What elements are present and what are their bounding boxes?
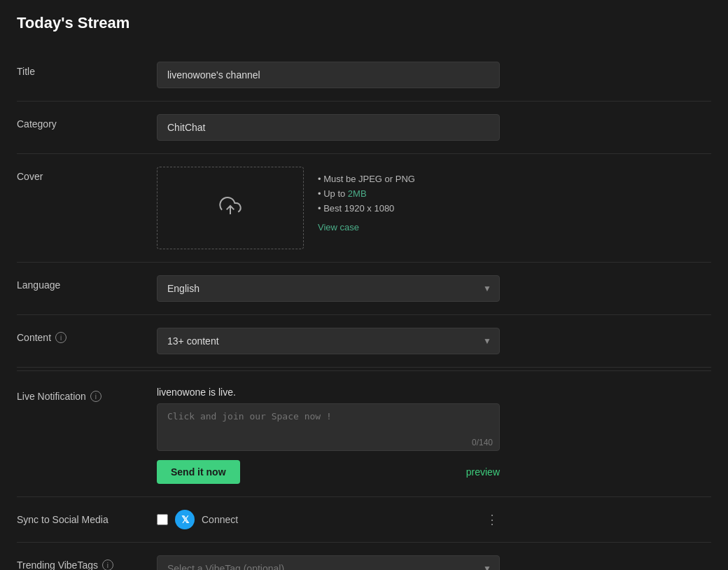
send-now-button[interactable]: Send it now [157, 460, 240, 484]
cover-label: Cover [17, 167, 157, 182]
notification-actions: Send it now preview [157, 460, 500, 484]
content-row: Content i 13+ content 18+ content All ag… [17, 315, 711, 368]
category-label: Category [17, 114, 157, 130]
preview-link[interactable]: preview [466, 466, 500, 478]
live-notification-control: livenowone is live. 0/140 Send it now pr… [157, 387, 711, 484]
cover-control: • Must be JPEG or PNG • Up to 2MB • Best… [157, 167, 711, 249]
vibeTag-select[interactable]: Select a VibeTag (optional) [157, 555, 500, 570]
twitter-icon: 𝕏 [175, 510, 195, 529]
notification-info-icon[interactable]: i [90, 391, 102, 402]
upload-icon [219, 195, 241, 222]
language-select[interactable]: English French Spanish Japanese [157, 275, 500, 302]
content-select-wrapper: 13+ content 18+ content All ages ▼ [157, 328, 500, 354]
language-label: Language [17, 275, 157, 291]
category-input[interactable] [157, 114, 500, 141]
sync-checkbox[interactable] [157, 514, 168, 525]
cover-area: • Must be JPEG or PNG • Up to 2MB • Best… [157, 167, 711, 249]
page-title: Today's Stream [17, 14, 711, 32]
category-row: Category [17, 102, 711, 154]
notification-header: livenowone is live. [157, 387, 711, 398]
page-container: Today's Stream Title Category Cover [0, 0, 728, 570]
content-control: 13+ content 18+ content All ages ▼ [157, 328, 711, 354]
title-control [157, 62, 711, 88]
live-notification-row: Live Notification i livenowone is live. … [17, 374, 711, 497]
content-label: Content i [17, 328, 157, 343]
language-row: Language English French Spanish Japanese… [17, 263, 711, 315]
vibeTag-row: Trending VibeTags i Select a VibeTag (op… [17, 543, 711, 570]
connect-text: Connect [202, 514, 238, 525]
vibeTag-control: Select a VibeTag (optional) ▼ [157, 555, 711, 570]
char-count: 0/140 [472, 438, 493, 447]
title-input[interactable] [157, 62, 500, 88]
language-control: English French Spanish Japanese ▼ [157, 275, 711, 302]
notification-textarea-wrapper: 0/140 [157, 403, 500, 453]
vibeTag-info-icon[interactable]: i [102, 559, 113, 570]
title-label: Title [17, 62, 157, 77]
cover-hints: • Must be JPEG or PNG • Up to 2MB • Best… [318, 167, 415, 232]
three-dots-menu[interactable]: ⋮ [486, 512, 500, 527]
sync-row-wrapper: 𝕏 Connect ⋮ [157, 510, 500, 529]
vibeTag-label: Trending VibeTags i [17, 555, 157, 570]
vibeTag-select-wrapper: Select a VibeTag (optional) ▼ [157, 555, 500, 570]
content-info-icon[interactable]: i [55, 332, 66, 343]
live-notification-label: Live Notification i [17, 387, 157, 402]
view-case-link[interactable]: View case [318, 222, 415, 232]
category-control [157, 114, 711, 141]
title-row: Title [17, 49, 711, 102]
sync-row: 𝕏 Connect [157, 510, 486, 529]
sync-social-control: 𝕏 Connect ⋮ [157, 510, 711, 529]
cover-upload-area[interactable] [157, 167, 304, 249]
notification-textarea[interactable] [157, 403, 500, 451]
language-select-wrapper: English French Spanish Japanese ▼ [157, 275, 500, 302]
cover-row: Cover • Must be JPEG or PNG • [17, 154, 711, 263]
sync-social-label: Sync to Social Media [17, 510, 157, 525]
content-select[interactable]: 13+ content 18+ content All ages [157, 328, 500, 354]
sync-social-row: Sync to Social Media 𝕏 Connect ⋮ [17, 497, 711, 543]
